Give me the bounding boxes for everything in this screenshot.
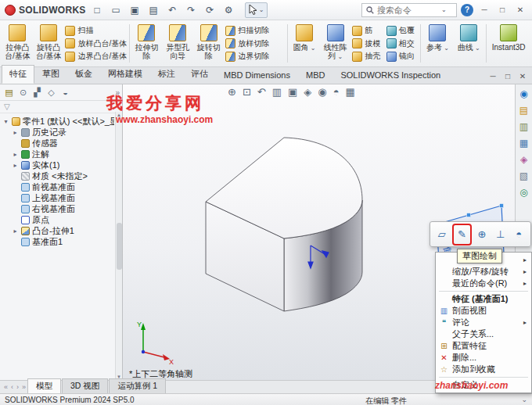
- configurationmanager-tab-icon[interactable]: ▞: [31, 86, 44, 99]
- print-icon[interactable]: ▤: [146, 3, 161, 17]
- minimize-button[interactable]: ─: [477, 4, 491, 16]
- new-file-icon[interactable]: □: [90, 3, 105, 17]
- edit-appearance-icon[interactable]: ◓: [333, 86, 340, 98]
- select-other-icon[interactable]: ▱: [433, 225, 451, 244]
- ribbon-button-wrap[interactable]: 包覆: [386, 24, 419, 37]
- close-button[interactable]: ✕: [513, 4, 527, 16]
- ribbon-button-loft-cut[interactable]: 放样切除: [225, 38, 285, 50]
- tab-scroll-left-icon[interactable]: ‹: [9, 383, 15, 391]
- menu-item-comment[interactable]: ❝ 评论: [436, 317, 531, 328]
- tree-item-solid-bodies[interactable]: ▸ 实体(1): [12, 159, 114, 170]
- ribbon-button-draft[interactable]: 拔模: [352, 38, 384, 50]
- ribbon-button-revolve-boss[interactable]: 旋转凸台/基体: [34, 22, 64, 65]
- menu-item-zoom-pan-rotate[interactable]: 缩放/平移/旋转: [436, 266, 531, 278]
- ribbon-button-intersect[interactable]: 相交: [386, 38, 419, 50]
- tab-scroll-first-icon[interactable]: «: [2, 383, 9, 391]
- menu-item-parent-child[interactable]: 父子关系...: [436, 328, 531, 340]
- menu-item-add-to-favorites[interactable]: ☆ 添加到收藏: [436, 364, 531, 375]
- tab-sheet-metal[interactable]: 钣金: [67, 65, 100, 84]
- tree-item-front-plane[interactable]: 前视基准面: [12, 181, 114, 192]
- expand-caret-icon[interactable]: ▸: [12, 129, 19, 136]
- ribbon-button-instant3d[interactable]: Instant3D: [487, 22, 529, 65]
- tab-markup[interactable]: 标注: [150, 65, 183, 84]
- tree-scrollbar[interactable]: ▲ ▼: [115, 112, 122, 380]
- search-input[interactable]: [377, 5, 438, 15]
- tab-sw-inspection[interactable]: SOLIDWORKS Inspection: [332, 67, 448, 84]
- expand-caret-icon[interactable]: ▸: [12, 228, 19, 235]
- appearance-icon[interactable]: ◓: [510, 225, 527, 244]
- tree-item-history[interactable]: ▸ 历史记录: [12, 127, 114, 138]
- zoom-area-icon[interactable]: ⊡: [243, 86, 251, 98]
- menu-item-section-view[interactable]: ▥ 剖面视图: [436, 305, 531, 317]
- expand-caret-icon[interactable]: ▸: [12, 162, 19, 169]
- apply-scene-icon[interactable]: ▦: [346, 86, 355, 98]
- hide-show-items-icon[interactable]: ◉: [318, 86, 326, 98]
- ribbon-button-boundary-boss[interactable]: 边界凸台/基体: [65, 50, 127, 63]
- previous-view-icon[interactable]: ↶: [257, 86, 266, 98]
- propertymanager-tab-icon[interactable]: ⊙: [16, 86, 30, 99]
- save-icon[interactable]: ▣: [128, 3, 142, 17]
- ribbon-button-boundary-cut[interactable]: 边界切除: [225, 50, 285, 63]
- options-icon[interactable]: ⚙: [221, 3, 236, 17]
- display-style-icon[interactable]: ◈: [304, 86, 311, 98]
- ribbon-button-fillet[interactable]: 圆角: [289, 22, 320, 65]
- ribbon-button-linear-pattern[interactable]: 线性阵列: [320, 22, 350, 65]
- tab-features[interactable]: 特征: [2, 65, 34, 84]
- help-icon[interactable]: ?: [461, 4, 473, 16]
- ribbon-button-extrude-cut[interactable]: 拉伸切除: [131, 22, 162, 65]
- ribbon-button-extrude-boss[interactable]: 拉伸凸台/基体: [2, 22, 33, 65]
- redo-icon[interactable]: ↷: [184, 3, 199, 17]
- tab-scroll-right-icon[interactable]: ›: [15, 383, 20, 391]
- doc-minimize-button[interactable]: ─: [486, 70, 500, 82]
- chevron-down-icon[interactable]: ⌄: [441, 6, 447, 13]
- expand-caret-icon[interactable]: ▸: [12, 151, 19, 158]
- doc-close-button[interactable]: ✕: [516, 70, 530, 82]
- ribbon-button-rib[interactable]: 筋: [352, 24, 384, 37]
- view-orientation-icon[interactable]: ▣: [288, 86, 297, 98]
- open-file-icon[interactable]: ▭: [109, 3, 124, 17]
- featuremanager-tab-icon[interactable]: ▤: [2, 86, 16, 99]
- ribbon-button-shell[interactable]: 抽壳: [352, 50, 384, 63]
- custom-properties-icon[interactable]: ▧: [519, 170, 528, 181]
- menu-item-configure-feature[interactable]: ⊞ 配置特征: [436, 340, 531, 352]
- ribbon-button-loft[interactable]: 放样凸台/基体: [65, 38, 127, 50]
- restore-button[interactable]: □: [495, 4, 509, 16]
- tab-model[interactable]: 模型: [27, 378, 61, 393]
- ribbon-button-curves[interactable]: 曲线: [454, 22, 484, 65]
- tree-root-item[interactable]: ▾ 零件1 (默认) <<默认>_显示状: [2, 116, 114, 127]
- sketch-icon[interactable]: ✎: [452, 224, 473, 246]
- ribbon-button-sweep[interactable]: 扫描: [65, 24, 127, 37]
- section-view-icon[interactable]: ▥: [272, 86, 282, 98]
- ribbon-button-mirror[interactable]: 镜向: [386, 50, 419, 63]
- tree-item-sensors[interactable]: 传感器: [12, 138, 114, 149]
- model-solid[interactable]: [182, 114, 448, 349]
- menu-item-recent-commands[interactable]: 最近的命令(R): [436, 278, 531, 289]
- tree-item-plane1[interactable]: 基准面1: [12, 236, 114, 247]
- undo-icon[interactable]: ↶: [165, 3, 180, 17]
- tree-item-origin[interactable]: 原点: [12, 214, 114, 225]
- expand-caret-icon[interactable]: ▾: [2, 118, 9, 125]
- ribbon-button-hole-wizard[interactable]: 异型孔向导: [163, 22, 193, 65]
- normal-to-icon[interactable]: ⊥: [492, 225, 509, 244]
- tree-filter-row[interactable]: ▽: [0, 101, 122, 113]
- file-explorer-icon[interactable]: ▥: [519, 121, 528, 132]
- tab-mbd[interactable]: MBD: [298, 67, 332, 84]
- tab-sketch[interactable]: 草图: [34, 65, 67, 84]
- doc-restore-button[interactable]: □: [501, 70, 515, 82]
- tab-evaluate[interactable]: 评估: [183, 65, 216, 84]
- design-library-icon[interactable]: ▤: [519, 105, 528, 116]
- menu-item-delete[interactable]: ✕ 删除...: [436, 352, 531, 364]
- appearances-icon[interactable]: ◈: [520, 154, 527, 165]
- forum-icon[interactable]: ◎: [519, 187, 527, 198]
- tab-mbd-dimensions[interactable]: MBD Dimensions: [216, 67, 298, 84]
- tab-mesh-modeling[interactable]: 网格建模: [100, 65, 150, 84]
- tab-motion-study1[interactable]: 运动算例 1: [109, 378, 166, 393]
- zoom-fit-icon[interactable]: ⊕: [228, 86, 236, 98]
- displaymanager-tab-icon[interactable]: ◒: [59, 86, 72, 99]
- tree-item-boss-extrude1[interactable]: ▸ 凸台-拉伸1: [12, 225, 114, 236]
- select-tool-button[interactable]: ⌄: [245, 2, 268, 18]
- tab-3d-views[interactable]: 3D 视图: [62, 378, 108, 393]
- filter-funnel-icon[interactable]: ▽: [4, 102, 10, 111]
- tree-item-annotations[interactable]: ▸ 注解: [12, 149, 114, 159]
- ribbon-button-revolve-cut[interactable]: 旋转切除: [194, 22, 225, 65]
